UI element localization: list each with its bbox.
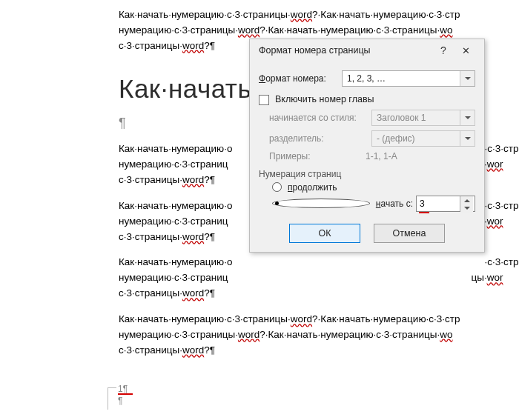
page-number-footer: 1¶	[118, 384, 128, 394]
separator-value: - (дефис)	[377, 133, 415, 144]
spellcheck-word: wor	[487, 159, 503, 170]
start-at-spinner[interactable]	[416, 196, 475, 212]
body-text: нумерацию·с·3·страниц	[119, 159, 228, 170]
chevron-down-icon	[460, 110, 475, 125]
body-text: с·3·страницы·	[119, 231, 182, 242]
checkbox-empty-icon	[259, 95, 269, 105]
spellcheck-word: wor	[487, 272, 503, 283]
body-text: нумерацию·с·3·страниц	[119, 216, 228, 227]
spellcheck-word: word	[182, 231, 204, 242]
spinner-down-icon[interactable]	[460, 204, 473, 213]
body-text: ?¶	[204, 40, 215, 51]
spinner-up-icon[interactable]	[460, 196, 473, 204]
body-text: ·с·3·стр	[484, 256, 518, 267]
separator-select: - (дефис)	[371, 130, 475, 147]
body-text: ·с·3·стр	[484, 200, 518, 211]
start-at-input[interactable]	[417, 196, 460, 211]
spellcheck-word: wo	[440, 329, 452, 340]
body-text: нумерацию·с·3·страницы·	[119, 329, 238, 340]
body-text: Как·начать·нумерацию·о	[119, 200, 232, 211]
body-text: цы·	[471, 272, 486, 283]
footer-pilcrow: ¶	[118, 396, 122, 406]
examples-label: Примеры:	[269, 151, 366, 161]
continue-radio-label: продолжить	[288, 182, 337, 193]
spellcheck-word: word	[182, 40, 204, 51]
body-text: Как·начать·нумерацию·с·3·страницы·	[119, 9, 291, 20]
spellcheck-word: wo	[440, 24, 452, 36]
include-chapter-checkbox[interactable]: Включить номер главы	[259, 94, 475, 105]
body-text: ?¶	[204, 231, 215, 242]
spellcheck-word: word	[182, 344, 204, 356]
spellcheck-word: word	[238, 24, 260, 36]
start-at-label: начать с:	[376, 199, 413, 209]
start-style-label: начинается со стиля:	[269, 113, 366, 123]
body-text: Как·начать·нумерацию·с·3·страницы·	[119, 313, 291, 324]
body-text: ·с·3·стр	[484, 143, 518, 154]
spellcheck-word: word	[182, 174, 204, 185]
chevron-down-icon	[460, 71, 475, 86]
start-at-radio[interactable]: начать с:	[272, 196, 475, 212]
number-format-value: 1, 2, 3, …	[347, 73, 386, 84]
body-text: с·3·страницы·	[119, 344, 182, 356]
chevron-down-icon	[460, 131, 475, 146]
start-style-select: Заголовок 1	[371, 110, 475, 126]
separator-label: разделитель:	[269, 133, 366, 144]
body-text: нумерацию·с·3·страниц	[119, 272, 228, 283]
body-text: ?·Как·начать·нумерацию·с·3·страницы·	[260, 329, 440, 340]
body-text: ?¶	[204, 287, 215, 299]
page-number-format-dialog: Формат номера страницы ? ✕ ФФормат номер…	[249, 39, 485, 253]
spellcheck-word: word	[291, 9, 312, 20]
spellcheck-word: wor	[487, 216, 503, 227]
body-text: ?¶	[204, 344, 215, 356]
help-button[interactable]: ?	[432, 44, 454, 56]
body-text: ?·Как·начать·нумерацию·с·3·стр	[312, 9, 460, 20]
spellcheck-word: word	[238, 329, 260, 340]
cancel-button[interactable]: Отмена	[374, 224, 445, 243]
continue-radio[interactable]: продолжить	[272, 182, 475, 193]
spellcheck-word: word	[291, 313, 312, 324]
number-format-label: ФФормат номера:ормат номера:	[259, 73, 336, 84]
footer-area: 1¶ ¶	[108, 384, 404, 413]
cancel-button-label: Отмена	[393, 228, 426, 239]
radio-checked-icon	[272, 199, 370, 208]
page-numbering-group-label: Нумерация страниц	[259, 169, 475, 179]
include-chapter-label: Включить номер главы	[275, 94, 374, 104]
number-format-select[interactable]: 1, 2, 3, …	[342, 70, 475, 87]
body-text: ?¶	[204, 174, 215, 185]
body-text: ?·Как·начать·нумерацию·с·3·стр	[312, 313, 460, 324]
annotation-underline	[118, 393, 133, 395]
body-text: нумерацию·с·3·страницы·	[119, 24, 238, 36]
dialog-titlebar[interactable]: Формат номера страницы ? ✕	[250, 39, 484, 61]
spellcheck-word: word	[182, 287, 204, 299]
annotation-underline	[419, 212, 429, 213]
dialog-title: Формат номера страницы	[259, 45, 432, 56]
ok-button-label: ОК	[318, 228, 331, 239]
body-text: ?·Как·начать·нумерацию·с·3·страницы·	[260, 24, 440, 36]
body-text: с·3·страницы·	[119, 174, 182, 185]
examples-value: 1-1, 1-A	[366, 151, 397, 161]
body-text: Как·начать·нумерацию·о	[119, 256, 232, 267]
body-text: Как·начать·нумерацию·о	[119, 143, 232, 154]
ok-button[interactable]: ОК	[289, 224, 360, 243]
body-text: с·3·страницы·	[119, 40, 182, 51]
radio-unchecked-icon	[272, 182, 282, 192]
body-text: с·3·страницы·	[119, 287, 182, 299]
close-button[interactable]: ✕	[454, 45, 477, 56]
start-style-value: Заголовок 1	[377, 113, 426, 123]
